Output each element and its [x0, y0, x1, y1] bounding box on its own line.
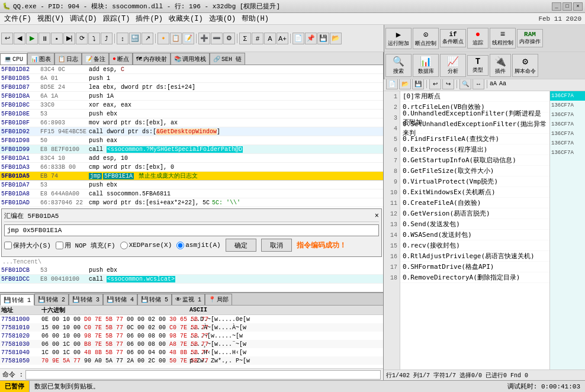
- dump-row[interactable]: 77581030 06 00 1C 00 B8 7E 5B 77 06 00 0…: [0, 340, 383, 348]
- tab-memmap[interactable]: 🗺 内存映射: [133, 53, 171, 65]
- breakpoint-control-btn[interactable]: ⊙ 断点控制: [413, 28, 439, 49]
- np-redo[interactable]: ↪: [442, 79, 454, 89]
- dump-row[interactable]: 77581050 70 9E 5A 77 90 A0 5A 77 2A 00 2…: [0, 356, 383, 365]
- nop-fill-check[interactable]: 用 NOP 填充(F): [56, 241, 115, 250]
- disasm-row[interactable]: 5FB01D82 83C4 0C add esp, C: [0, 65, 383, 74]
- tb-font[interactable]: A: [264, 33, 276, 44]
- tab-seh[interactable]: 🔗 SEH 链: [210, 53, 245, 65]
- tab-notes[interactable]: 📝 备注: [82, 53, 109, 65]
- disasm-row-after2[interactable]: 5FB01DCC E8 00410100 call <ssocommon.wcs…: [0, 275, 383, 284]
- tb-edit[interactable]: 📝: [182, 33, 194, 44]
- tb-run[interactable]: ▶: [26, 33, 38, 44]
- dump-row[interactable]: 77581020 06 00 10 00 98 7E 5B 77 06 00 0…: [0, 332, 383, 340]
- tb-bp[interactable]: ↕: [117, 33, 128, 44]
- maximize-button[interactable]: □: [562, 2, 572, 11]
- asm-cancel-btn[interactable]: 取消: [261, 239, 292, 252]
- tab-dump3[interactable]: 💾 转储 3: [69, 294, 103, 305]
- memory-op-btn[interactable]: RAM 内存操作: [517, 29, 543, 47]
- disasm-row[interactable]: 5FB01D8A 6A 1A push 1A: [0, 92, 383, 101]
- note-lines[interactable]: [0]常用断点 0.rtcFileLen(VB自效验) 0.UnhandledE…: [400, 91, 549, 369]
- disasm-row[interactable]: 5FB01D8C 33C0 xor eax, eax: [0, 101, 383, 110]
- dump-row[interactable]: 77581010 15 00 10 00 C0 7E 5B 77 0C 00 0…: [0, 323, 383, 332]
- cmd-input[interactable]: [25, 370, 381, 380]
- disasm-row[interactable]: 5FB01D98 50 push eax: [0, 136, 383, 145]
- tb-copy[interactable]: 📋: [170, 33, 182, 44]
- tb-fwd[interactable]: ↗: [142, 33, 153, 44]
- asm-confirm-btn[interactable]: 确定: [226, 239, 256, 252]
- type-btn[interactable]: T 类型: [467, 55, 488, 76]
- close-button[interactable]: ×: [573, 2, 583, 11]
- tb-new[interactable]: 📄: [292, 33, 304, 44]
- menu-favorites[interactable]: 收藏夹(I): [166, 12, 206, 25]
- np-new[interactable]: 📄: [386, 79, 398, 89]
- tb-run-to[interactable]: ⤴: [101, 33, 112, 44]
- tb-settings[interactable]: ⚙: [223, 33, 235, 44]
- disasm-row[interactable]: 5FB01D92 FF15 94E4BC5E call dword ptr ds…: [0, 127, 383, 136]
- disasm-row-after1[interactable]: 5FB01DCB 53 push ebx: [0, 266, 383, 275]
- tab-dump4[interactable]: 💾 转储 4: [103, 294, 137, 305]
- menu-debug[interactable]: 调试(D): [67, 12, 100, 25]
- thread-control-btn[interactable]: ≡ 线程控制: [490, 28, 516, 49]
- tab-graph[interactable]: 📊 图表: [27, 53, 54, 65]
- xedparse-radio[interactable]: XEDParse(X): [120, 242, 172, 249]
- tab-dump5[interactable]: 💾 转储 5: [137, 294, 172, 305]
- disasm-row[interactable]: 5FB01D85 6A 01 push 1: [0, 74, 383, 83]
- disasm-row[interactable]: 5FB01D87 8D5E 24 lea ebx, dword ptr ds:[…: [0, 83, 383, 92]
- conditional-bp-btn[interactable]: if 条件断点: [440, 29, 466, 47]
- disasm-row-selected[interactable]: 5FB01DA5 EB 74 jmp 5FB01E1A 禁止生成庞大的日志文: [0, 172, 383, 181]
- tb-back[interactable]: ◀: [14, 33, 25, 44]
- tab-breakpoints[interactable]: ● 断点: [109, 53, 133, 65]
- disasm-row[interactable]: 5FB01D99 E8 8E7F0100 call <ssocommon.?My…: [0, 145, 383, 154]
- dialog-close-icon[interactable]: ×: [375, 212, 379, 220]
- tb-rem[interactable]: ➖: [211, 33, 223, 44]
- dump-row[interactable]: 77581040 1C 00 1C 00 48 8B 5B 77 06 00 0…: [0, 348, 383, 356]
- analysis-btn[interactable]: 📈 分析: [440, 54, 466, 77]
- tab-log[interactable]: 📋 日志: [54, 53, 82, 65]
- disasm-row[interactable]: 5FB01D8E 53 push ebx: [0, 110, 383, 118]
- tb-fontp[interactable]: A+: [277, 33, 288, 44]
- database-btn[interactable]: 📊 数据库: [413, 54, 439, 77]
- disasm-row[interactable]: 5FB01DA8 E8 644A0A00 call ssocommon.5FBA…: [0, 189, 383, 198]
- menu-help[interactable]: 帮助(H): [239, 12, 272, 25]
- tb-back2[interactable]: 🔙: [129, 33, 141, 44]
- disasm-row[interactable]: 5FB01DA7 53 push ebx: [0, 181, 383, 189]
- tb-restart[interactable]: ↩: [1, 33, 13, 44]
- tab-cpu[interactable]: 💻 CPU: [0, 53, 27, 65]
- tab-dump2[interactable]: 💾 转储 2: [34, 294, 69, 305]
- menu-file[interactable]: 文件(F): [1, 12, 34, 25]
- disasm-row[interactable]: 5FB01DA3 66:833B 00 cmp word ptr ds:[ebx…: [0, 163, 383, 172]
- menu-plugin[interactable]: 插件(P): [133, 12, 166, 25]
- tab-watch1[interactable]: 👁 监视 1: [172, 294, 205, 305]
- np-open[interactable]: 📂: [399, 79, 411, 89]
- plugin-btn[interactable]: 🔌 插件: [490, 54, 511, 77]
- tb-pin[interactable]: 📌: [305, 33, 317, 44]
- search-btn[interactable]: 🔍 搜索: [385, 54, 412, 77]
- np-undo[interactable]: ↩: [429, 79, 441, 89]
- menu-trace[interactable]: 跟踪(T): [100, 12, 133, 25]
- asmjit-radio[interactable]: asmjit(A): [176, 242, 220, 249]
- tb-step-over[interactable]: ⟳: [76, 33, 88, 44]
- dump-row[interactable]: 77581000 0E 00 10 00 D0 7E 5B 77 00 00 0…: [0, 315, 383, 323]
- disasm-row[interactable]: 5FB01D8F 66:8903 mov word ptr ds:[ebx], …: [0, 118, 383, 127]
- minimize-button[interactable]: _: [552, 2, 561, 11]
- trace-btn[interactable]: ● 追踪: [467, 28, 488, 49]
- tab-locals[interactable]: 📍 局部: [205, 294, 232, 305]
- tb-step-out[interactable]: ⤵: [88, 33, 100, 44]
- tb-stop[interactable]: ▪: [51, 33, 63, 44]
- tb-sum[interactable]: Σ: [239, 33, 251, 44]
- np-replace[interactable]: ↔: [472, 79, 484, 89]
- disasm-row[interactable]: 5FB01DAD 66:837046 22 cmp word ptr ds:[e…: [0, 198, 383, 207]
- np-find[interactable]: 🔍: [459, 79, 471, 89]
- tb-pause[interactable]: ⏸: [38, 33, 50, 44]
- menu-options[interactable]: 选项(O): [206, 12, 239, 25]
- tb-open[interactable]: 📂: [330, 33, 342, 44]
- keep-size-check[interactable]: 保持大小(S): [4, 241, 51, 250]
- menu-view[interactable]: 视图(V): [34, 12, 68, 25]
- tb-save[interactable]: 💾: [317, 33, 329, 44]
- np-save[interactable]: 💾: [412, 79, 424, 89]
- asm-input[interactable]: [4, 224, 379, 236]
- script-cmd-btn[interactable]: ⚙ 脚本命令: [512, 54, 538, 77]
- tb-hash[interactable]: #: [252, 33, 263, 44]
- disasm-row[interactable]: 5FB01DA1 83C4 10 add esp, 10: [0, 154, 383, 163]
- tab-dump1[interactable]: 💾 转储 1: [0, 294, 34, 306]
